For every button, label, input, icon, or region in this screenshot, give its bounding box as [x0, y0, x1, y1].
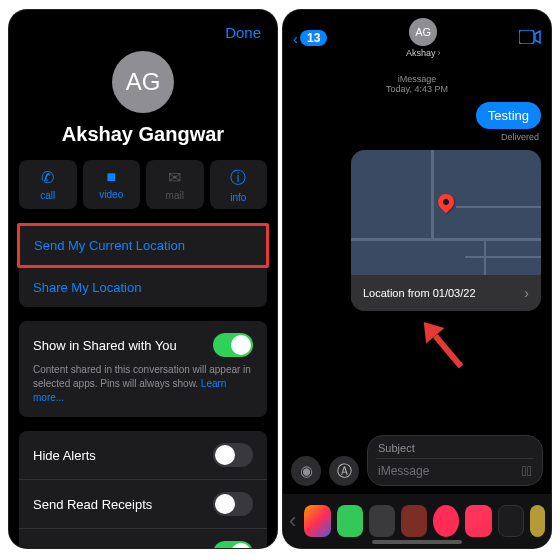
- mail-button[interactable]: ✉︎ mail: [146, 160, 204, 209]
- drawer-prev-icon[interactable]: ‹: [289, 508, 296, 534]
- phone-icon: ✆: [41, 168, 54, 187]
- thread-nav: ‹ 13 AG Akshay›: [283, 10, 551, 62]
- hide-alerts-label: Hide Alerts: [33, 448, 96, 463]
- map-pin-icon: [438, 194, 454, 210]
- app-icon[interactable]: [433, 505, 459, 537]
- location-map: [351, 150, 541, 275]
- video-button[interactable]: ■ video: [83, 160, 141, 209]
- contact-avatar: AG: [112, 51, 174, 113]
- app-icon[interactable]: [337, 505, 363, 537]
- message-thread[interactable]: iMessageToday, 4:43 PM Testing Delivered…: [283, 62, 551, 94]
- message-thread-screen: ‹ 13 AG Akshay› iMessageToday, 4:43 PM T…: [283, 10, 551, 548]
- contact-detail-screen: Done AG Akshay Gangwar ✆ call ■ video ✉︎…: [9, 10, 277, 548]
- appstore-icon: Ⓐ: [337, 462, 352, 481]
- svg-rect-0: [519, 30, 534, 44]
- call-button[interactable]: ✆ call: [19, 160, 77, 209]
- chevron-right-icon: ›: [524, 285, 529, 301]
- message-bubble[interactable]: Testing: [476, 102, 541, 129]
- subject-field[interactable]: Subject: [376, 440, 534, 459]
- focus-label: Share Focus Status: [33, 546, 147, 549]
- app-icon[interactable]: [304, 505, 330, 537]
- thread-title-button[interactable]: AG Akshay›: [406, 18, 441, 58]
- delivered-status: Delivered: [501, 132, 539, 142]
- back-button[interactable]: ‹ 13: [293, 30, 327, 47]
- app-icon[interactable]: [369, 505, 395, 537]
- mail-icon: ✉︎: [168, 168, 181, 187]
- imessage-placeholder: iMessage: [378, 464, 429, 478]
- info-button[interactable]: ⓘ info: [210, 160, 268, 209]
- thread-avatar: AG: [409, 18, 437, 46]
- facetime-button[interactable]: [519, 28, 541, 49]
- back-badge: 13: [300, 30, 327, 46]
- share-my-location-cell[interactable]: Share My Location: [19, 268, 267, 307]
- thread-name: Akshay: [406, 48, 436, 58]
- app-icon[interactable]: [465, 505, 491, 537]
- show-shared-fine: Content shared in this conversation will…: [33, 357, 253, 405]
- chevron-right-icon: ›: [437, 48, 440, 58]
- annotation-arrow: [401, 303, 486, 388]
- chevron-left-icon: ‹: [293, 30, 298, 47]
- read-receipts-cell[interactable]: Send Read Receipts: [19, 479, 267, 528]
- hide-alerts-cell[interactable]: Hide Alerts: [19, 431, 267, 479]
- focus-toggle[interactable]: [213, 541, 253, 548]
- show-shared-label: Show in Shared with You: [33, 338, 177, 353]
- read-receipts-toggle[interactable]: [213, 492, 253, 516]
- info-icon: ⓘ: [230, 168, 246, 189]
- apps-button[interactable]: Ⓐ: [329, 456, 359, 486]
- app-icon[interactable]: [530, 505, 545, 537]
- app-icon[interactable]: [401, 505, 427, 537]
- show-shared-cell[interactable]: Show in Shared with You Content shared i…: [19, 321, 267, 417]
- hide-alerts-toggle[interactable]: [213, 443, 253, 467]
- location-card[interactable]: Location from 01/03/22 ›: [351, 150, 541, 311]
- location-label: Location from 01/03/22: [363, 287, 476, 299]
- dictate-button[interactable]: ◉⃝: [522, 463, 532, 479]
- camera-icon: ◉: [300, 462, 313, 480]
- contact-name: Akshay Gangwar: [9, 123, 277, 146]
- read-receipts-label: Send Read Receipts: [33, 497, 152, 512]
- send-current-location-cell[interactable]: Send My Current Location: [20, 226, 266, 265]
- action-row: ✆ call ■ video ✉︎ mail ⓘ info: [9, 160, 277, 209]
- video-icon: ■: [106, 168, 116, 186]
- annotation-highlight: Send My Current Location: [17, 223, 269, 268]
- camera-button[interactable]: ◉: [291, 456, 321, 486]
- app-icon[interactable]: [498, 505, 525, 537]
- composer: ◉ Ⓐ Subject iMessage ◉⃝: [283, 429, 551, 492]
- thread-timestamp: iMessageToday, 4:43 PM: [293, 74, 541, 94]
- show-shared-toggle[interactable]: [213, 333, 253, 357]
- message-input[interactable]: Subject iMessage ◉⃝: [367, 435, 543, 486]
- focus-cell[interactable]: Share Focus Status: [19, 528, 267, 548]
- done-button[interactable]: Done: [225, 24, 261, 41]
- home-indicator[interactable]: [372, 540, 462, 544]
